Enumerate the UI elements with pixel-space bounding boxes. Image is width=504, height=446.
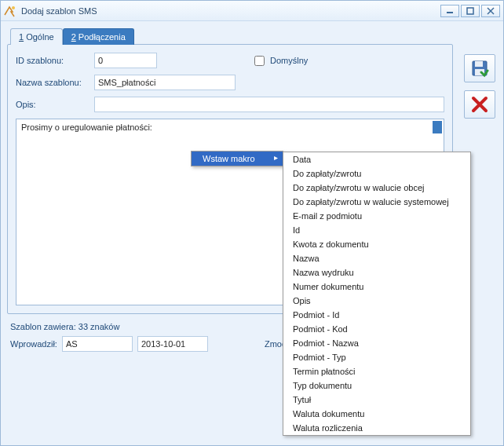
created-by-field[interactable]	[62, 336, 133, 352]
macro-item[interactable]: Kwota z dokumentu	[283, 237, 470, 251]
macro-item[interactable]: Podmiot - Kod	[283, 322, 470, 336]
body-text: Prosimy o uregulowanie płatności:	[21, 122, 152, 132]
macro-submenu: DataDo zapłaty/zwrotuDo zapłaty/zwrotu w…	[283, 152, 471, 436]
maximize-button[interactable]	[461, 5, 480, 17]
svg-point-0	[12, 6, 15, 9]
tab-strip: 1 Ogólne 2 Podłączenia	[10, 27, 497, 44]
floppy-disk-icon	[470, 59, 489, 78]
macro-item[interactable]: Termin płatności	[283, 364, 470, 378]
window-controls	[440, 5, 500, 17]
macro-item[interactable]: Podmiot - Nazwa	[283, 336, 470, 350]
name-field[interactable]	[94, 75, 236, 90]
cancel-button[interactable]	[464, 90, 495, 119]
default-label: Domyślny	[270, 56, 308, 65]
id-label: ID szablonu:	[16, 56, 94, 65]
macro-item[interactable]: Podmiot - Typ	[283, 350, 470, 364]
desc-field[interactable]	[94, 97, 444, 112]
side-toolbar	[464, 54, 495, 119]
svg-rect-6	[475, 61, 483, 67]
created-date-field[interactable]	[137, 336, 208, 352]
selection-handle-icon	[433, 121, 442, 133]
tab-connections[interactable]: 2 Podłączenia	[63, 28, 134, 45]
desc-label: Opis:	[16, 100, 94, 109]
save-button[interactable]	[464, 54, 495, 82]
macro-item[interactable]: E-mail z podmiotu	[283, 209, 470, 223]
close-button[interactable]	[481, 5, 500, 17]
macro-item[interactable]: Do zapłaty/zwrotu w walucie systemowej	[283, 195, 470, 209]
default-checkbox-group: Domyślny	[251, 53, 308, 68]
app-icon	[4, 5, 16, 17]
default-checkbox[interactable]	[254, 56, 265, 66]
insert-macro-menu-item[interactable]: Wstaw makro	[192, 152, 283, 166]
macro-item[interactable]: Numer dokumentu	[283, 280, 470, 294]
titlebar: Dodaj szablon SMS	[1, 1, 503, 21]
macro-item[interactable]: Nazwa wydruku	[283, 265, 470, 280]
macro-item[interactable]: Do zapłaty/zwrotu w walucie obcej	[283, 181, 470, 195]
svg-rect-2	[467, 8, 473, 14]
window-title: Dodaj szablon SMS	[21, 6, 97, 16]
tab-general[interactable]: 1 Ogólne	[10, 28, 63, 45]
macro-item[interactable]: Podmiot - Id	[283, 308, 470, 322]
macro-item[interactable]: Do zapłaty/zwrotu	[283, 166, 470, 181]
name-label: Nazwa szablonu:	[16, 78, 94, 87]
macro-item[interactable]: Data	[283, 152, 470, 166]
macro-item[interactable]: Nazwa	[283, 251, 470, 265]
minimize-button[interactable]	[440, 5, 459, 17]
window-body: 1 Ogólne 2 Podłączenia ID szablonu: Domy…	[1, 21, 503, 445]
macro-item[interactable]: Id	[283, 223, 470, 237]
macro-item[interactable]: Waluta rozliczenia	[283, 421, 470, 435]
id-field[interactable]	[94, 53, 157, 68]
macro-item[interactable]: Tytuł	[283, 393, 470, 407]
x-icon	[471, 96, 488, 113]
macro-item[interactable]: Waluta dokumentu	[283, 407, 470, 421]
created-by-label: Wprowadził:	[10, 339, 57, 349]
macro-item[interactable]: Opis	[283, 294, 470, 308]
dialog-window: Dodaj szablon SMS	[0, 0, 504, 446]
context-menu: Wstaw makro DataDo zapłaty/zwrotuDo zapł…	[191, 151, 283, 166]
macro-item[interactable]: Typ dokumentu	[283, 378, 470, 393]
